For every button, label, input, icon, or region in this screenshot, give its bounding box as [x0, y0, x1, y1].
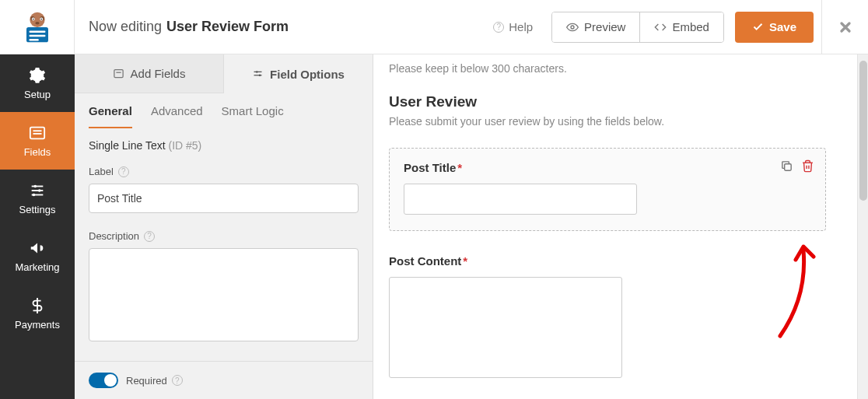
description-label-text: Description [89, 230, 139, 242]
field-id: (ID #5) [168, 139, 201, 152]
tab-field-options-label: Field Options [270, 68, 345, 81]
check-icon [752, 21, 764, 33]
trash-icon[interactable] [801, 159, 814, 173]
subtab-smart-logic[interactable]: Smart Logic [222, 104, 284, 128]
required-label: Required [126, 375, 167, 387]
sidebar-item-fields[interactable]: Fields [0, 112, 75, 170]
save-label: Save [769, 20, 796, 33]
close-icon [838, 19, 853, 35]
tab-add-fields-label: Add Fields [131, 67, 186, 80]
save-button[interactable]: Save [735, 12, 814, 43]
embed-button[interactable]: Embed [639, 12, 723, 42]
tab-add-fields[interactable]: Add Fields [75, 54, 223, 93]
bullhorn-icon [29, 240, 46, 257]
gear-icon [29, 67, 46, 84]
eye-icon [566, 21, 579, 33]
svg-rect-9 [29, 30, 45, 33]
field-label: Post Title* [404, 161, 811, 174]
svg-rect-22 [114, 70, 122, 78]
description-input[interactable] [89, 248, 359, 341]
top-header: Now editing User Review Form ? Help Prev… [0, 0, 868, 54]
sidebar-setup-label: Setup [24, 89, 51, 100]
help-icon[interactable]: ? [172, 375, 183, 386]
help-link[interactable]: ? Help [485, 20, 541, 33]
required-asterisk: * [457, 161, 462, 174]
field-label: Post Content* [389, 254, 826, 268]
svg-rect-28 [785, 164, 792, 171]
wpforms-logo-icon [21, 11, 54, 44]
required-asterisk: * [463, 254, 467, 268]
sliders-icon [29, 182, 46, 199]
subtab-advanced[interactable]: Advanced [151, 104, 203, 128]
code-icon [654, 21, 667, 33]
char-limit-hint: Please keep it below 300 characters. [389, 62, 826, 75]
close-button[interactable] [821, 0, 868, 54]
sidebar-payments-label: Payments [15, 319, 60, 331]
page-title: Now editing User Review Form [75, 19, 485, 35]
svg-point-25 [256, 71, 258, 73]
form-icon [113, 68, 124, 79]
preview-button[interactable]: Preview [552, 12, 639, 42]
preview-embed-group: Preview Embed [551, 12, 724, 43]
post-content-input[interactable] [389, 277, 622, 378]
preview-label: Preview [584, 20, 625, 33]
post-title-input[interactable] [404, 184, 637, 215]
required-toggle[interactable] [89, 373, 118, 388]
dollar-icon [29, 297, 46, 314]
logo [0, 0, 75, 54]
duplicate-icon[interactable] [780, 159, 793, 173]
svg-point-7 [35, 22, 39, 25]
section-title[interactable]: User Review [389, 93, 826, 110]
sidebar-fields-label: Fields [24, 146, 51, 158]
sidebar-item-payments[interactable]: Payments [0, 285, 75, 342]
sidebar-item-marketing[interactable]: Marketing [0, 227, 75, 285]
subtab-general[interactable]: General [89, 104, 132, 128]
help-icon[interactable]: ? [118, 166, 129, 177]
label-row: Label ? [89, 166, 359, 177]
section-description: Please submit your user review by using … [389, 115, 826, 128]
sidebar-item-setup[interactable]: Setup [0, 54, 75, 112]
help-label: Help [509, 20, 533, 33]
tab-field-options[interactable]: Field Options [223, 54, 373, 93]
svg-point-6 [40, 18, 42, 19]
form-preview-canvas: Please keep it below 300 characters. Use… [373, 54, 857, 399]
help-icon[interactable]: ? [144, 231, 155, 242]
vertical-scrollbar[interactable] [857, 54, 868, 399]
field-type-heading: Single Line Text (ID #5) [89, 139, 359, 152]
svg-point-17 [33, 184, 37, 187]
help-icon: ? [493, 22, 504, 33]
post-content-label-text: Post Content [389, 254, 461, 268]
field-options-panel: Add Fields Field Options General Advance… [75, 54, 373, 399]
main-sidebar: Setup Fields Settings Marketing Payments [0, 54, 75, 399]
sidebar-item-settings[interactable]: Settings [0, 170, 75, 227]
list-icon [29, 124, 46, 142]
field-post-content[interactable]: Post Content* [389, 254, 826, 378]
selected-field-post-title[interactable]: Post Title* [389, 148, 826, 231]
svg-rect-10 [29, 34, 45, 37]
field-type-name: Single Line Text [89, 139, 166, 152]
sliders-icon [252, 68, 264, 80]
post-title-label-text: Post Title [404, 161, 456, 174]
svg-point-12 [571, 26, 574, 29]
editing-prefix: Now editing [89, 19, 162, 35]
svg-point-27 [259, 74, 261, 76]
svg-point-19 [38, 189, 41, 192]
description-row: Description ? [89, 230, 359, 242]
embed-label: Embed [672, 20, 709, 33]
label-input[interactable] [89, 184, 359, 213]
label-text: Label [89, 166, 114, 177]
svg-rect-11 [29, 38, 38, 40]
sidebar-settings-label: Settings [19, 204, 56, 215]
scroll-thumb[interactable] [859, 61, 867, 201]
svg-point-5 [32, 18, 33, 19]
form-name[interactable]: User Review Form [166, 19, 289, 35]
svg-point-21 [33, 193, 36, 196]
sidebar-marketing-label: Marketing [15, 261, 59, 273]
